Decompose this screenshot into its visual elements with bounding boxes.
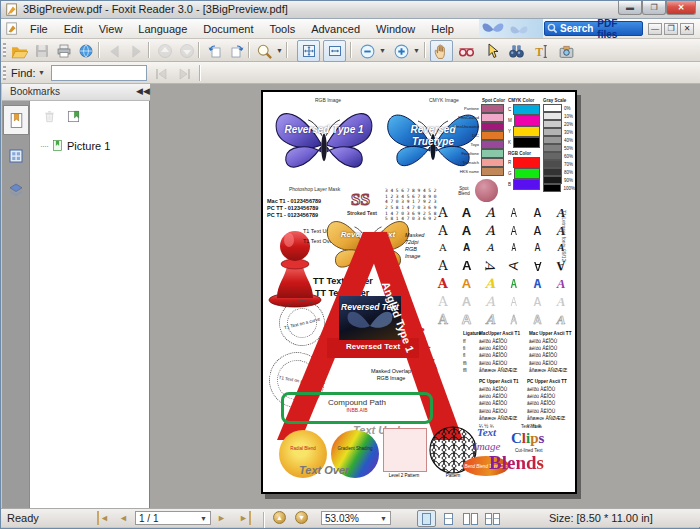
toolbar-separator: [424, 42, 426, 58]
page-dropdown-arrow[interactable]: ▼: [200, 515, 207, 522]
bookmark-label: Picture 1: [67, 140, 110, 152]
menu-tools[interactable]: Tools: [262, 21, 302, 37]
zoom-level-box[interactable]: 53.03% ▼: [321, 511, 391, 525]
select-text-button[interactable]: T: [530, 40, 553, 62]
radial-blend-label: Radial Blend: [287, 446, 319, 452]
bookmarks-panel: ···· Picture 1: [30, 101, 150, 508]
next-view-nav-button[interactable]: ▼: [295, 511, 308, 524]
blends-word: Blends: [489, 452, 544, 474]
previous-view-button[interactable]: [103, 40, 126, 62]
tree-connector: ····: [40, 141, 48, 151]
pc-table-row: ãëïöü ÃËÏÖÜãëïöü ÃËÏÖÜ: [479, 408, 575, 415]
menu-advanced[interactable]: Advanced: [304, 21, 367, 37]
open-button[interactable]: [8, 40, 31, 62]
find-input[interactable]: [51, 65, 147, 81]
rotate-left-button[interactable]: [203, 40, 226, 62]
first-page-button[interactable]: ◄: [97, 511, 109, 525]
facing-layout-button[interactable]: [461, 510, 480, 527]
bookmark-item-picture1[interactable]: ···· Picture 1: [40, 139, 110, 152]
hand-tool-button[interactable]: [430, 40, 453, 62]
mac-table-headers: LigatureMacUpper Ascii T1Mac Upper Ascii…: [463, 330, 575, 337]
delete-bookmark-button[interactable]: [38, 105, 61, 127]
level2-pattern-label: Level 2 Pattern: [381, 473, 427, 479]
svg-text:T: T: [535, 45, 543, 58]
document-menu-icon[interactable]: [5, 22, 19, 36]
previous-page-button[interactable]: [153, 40, 176, 62]
menu-language[interactable]: Language: [131, 21, 194, 37]
mac-ascii-table: LigatureMacUpper Ascii T1Mac Upper Ascii…: [463, 330, 575, 374]
mdi-minimize-button[interactable]: —: [648, 23, 662, 35]
save-button[interactable]: [30, 40, 53, 62]
pc-table-row: åñøæœ ÅÑØÆŒåñøæœ ÅÑØÆŒ: [479, 415, 575, 422]
mac-table-row: fflåñøæœ ÅÑØÆŒåñøæœ ÅÑØÆŒ: [463, 367, 575, 374]
zoom-tool-button[interactable]: [253, 40, 276, 62]
toolbar-grip[interactable]: [3, 43, 6, 57]
app-icon: [5, 3, 19, 17]
image-word: Image: [473, 440, 501, 452]
pdf-page[interactable]: RGB Image Reversed Type 1 CMYK Image: [261, 90, 577, 494]
minimize-button[interactable]: ▬: [618, 1, 642, 15]
menu-edit[interactable]: Edit: [57, 21, 90, 37]
zoom-out-button[interactable]: [356, 40, 379, 62]
continuous-layout-button[interactable]: [439, 510, 458, 527]
snapshot-button[interactable]: [555, 40, 578, 62]
search-box[interactable]: Search PDF files: [544, 21, 643, 36]
close-button[interactable]: ✕: [666, 1, 696, 15]
pc-ascii-table: PC Upper Ascii T1PC Upper Ascii TT àéîõù…: [479, 378, 575, 430]
mdi-close-button[interactable]: ✕: [680, 23, 694, 35]
statusbar-separator: [263, 512, 265, 528]
pages-panel-tab[interactable]: [3, 141, 29, 171]
next-page-button[interactable]: [175, 40, 198, 62]
print-button[interactable]: [52, 40, 75, 62]
email-button[interactable]: [74, 40, 97, 62]
gradient-shading-label: Gradient Shading: [337, 446, 373, 452]
find-next-button[interactable]: [173, 63, 196, 85]
page-number-box[interactable]: 1 / 1 ▼: [135, 511, 211, 525]
zoom-in-dropdown[interactable]: ▼: [413, 47, 420, 54]
bookmarks-panel-tab[interactable]: [3, 105, 29, 135]
select-annotation-button[interactable]: [480, 40, 503, 62]
next-page-nav-button[interactable]: ►: [217, 511, 226, 525]
zoom-level-value: 53.03%: [325, 513, 359, 524]
toolbar-separator: [248, 42, 250, 58]
bookmarks-header-label: Bookmarks: [10, 86, 60, 97]
single-page-layout-button[interactable]: [417, 510, 436, 527]
last-page-button[interactable]: ►: [239, 511, 251, 525]
mdi-restore-button[interactable]: ❐: [664, 23, 678, 35]
find-dropdown-arrow[interactable]: ▼: [38, 69, 45, 76]
bookmark-icon: [51, 139, 64, 152]
loupe-tool-button[interactable]: [455, 40, 478, 62]
find-previous-button[interactable]: [149, 63, 172, 85]
mac-table-row: fiáéíóú ÁÉÍÓÚáéíóú ÁÉÍÓÚ: [463, 345, 575, 352]
menu-document[interactable]: Document: [196, 21, 260, 37]
mac-table-row: ffàéîõù ÀÉÎÕÙàéîõù ÀÉÎÕÙ: [463, 337, 575, 344]
navigation-panel-strip: [2, 101, 30, 508]
findbar-grip[interactable]: [3, 66, 6, 80]
zoom-dropdown-arrow[interactable]: ▼: [380, 515, 387, 522]
menu-bar: FileEditViewLanguageDocumentToolsAdvance…: [1, 19, 700, 39]
menu-window[interactable]: Window: [369, 21, 422, 37]
pc-table-row: àéîõù ÀÉÎÕÙàéîõù ÀÉÎÕÙ: [479, 385, 575, 392]
zoom-in-button[interactable]: [390, 40, 413, 62]
menu-file[interactable]: File: [23, 21, 55, 37]
zoom-out-dropdown[interactable]: ▼: [379, 47, 386, 54]
title-bar: 3BigPreview.pdf - Foxit Reader 3.0 - [3B…: [1, 1, 700, 19]
fit-width-button[interactable]: [323, 40, 346, 62]
continuous-facing-layout-button[interactable]: [483, 510, 502, 527]
restore-button[interactable]: ❐: [642, 1, 666, 15]
text-mask-label: Text Mask: [521, 424, 541, 430]
next-view-button[interactable]: [125, 40, 148, 62]
expand-bookmark-button[interactable]: [62, 105, 85, 127]
previous-view-nav-button[interactable]: ▲: [273, 511, 286, 524]
pc-table-row: áéíóú ÁÉÍÓÚáéíóú ÁÉÍÓÚ: [479, 393, 575, 400]
layers-panel-tab[interactable]: [3, 175, 29, 205]
previous-page-nav-button[interactable]: ◄: [119, 511, 128, 525]
menu-view[interactable]: View: [92, 21, 130, 37]
zoom-tool-dropdown[interactable]: ▼: [276, 47, 283, 54]
rotate-right-button[interactable]: [225, 40, 248, 62]
mac-table-row: flâêîôû ÂÊÎÔÛâêîôû ÂÊÎÔÛ: [463, 352, 575, 359]
find-button[interactable]: [505, 40, 528, 62]
collapse-panel-icon[interactable]: ◀◀: [136, 86, 150, 96]
menu-help[interactable]: Help: [424, 21, 461, 37]
fit-page-button[interactable]: [297, 40, 320, 62]
